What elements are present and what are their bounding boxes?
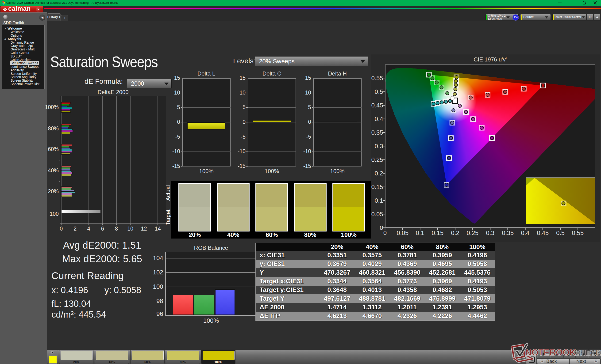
svg-text:CHECK: CHECK [575,348,601,357]
svg-text:NOTEBOOK: NOTEBOOK [525,348,576,357]
